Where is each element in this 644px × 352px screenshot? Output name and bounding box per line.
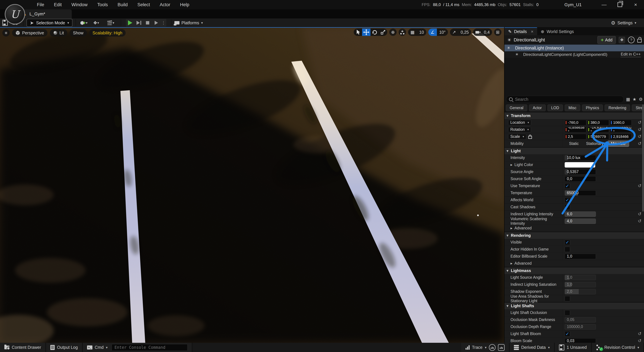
unlock-icon[interactable] [637,39,642,42]
location-z-field[interactable]: 1060,0 [610,120,632,126]
source-angle-field[interactable]: 0,5357 [565,169,596,174]
help-icon[interactable]: ? [628,36,634,43]
area-shadows-checkbox[interactable] [565,296,570,301]
actor-hidden-checkbox[interactable] [565,247,570,252]
use-temperature-checkbox[interactable] [565,183,570,189]
level-tab[interactable]: ▲ L_Gym* [18,10,72,18]
mobility-stationary[interactable]: Stationary [583,141,607,147]
scale-snap-toggle[interactable]: ↗ [450,28,458,36]
scale-snap-value[interactable]: 0,25 [458,28,471,36]
stop-button[interactable] [143,19,152,27]
section-rendering[interactable]: Rendering [504,232,644,239]
rotation-x-field[interactable]: -0,858638 ° [565,127,586,132]
volumetric-scattering-slider[interactable]: 4,0 [565,218,596,224]
console-command-input[interactable] [112,344,188,351]
play-button[interactable] [126,19,134,27]
visible-checkbox[interactable] [565,240,570,245]
temperature-field[interactable]: 6500,0 [565,190,596,196]
search-input[interactable] [515,97,621,102]
menu-select[interactable]: Select [137,2,150,8]
filter-misc[interactable]: Misc [565,104,580,111]
rotation-snap-toggle[interactable]: ∠ [428,28,437,36]
filter-actor[interactable]: Actor [529,104,546,111]
section-transform[interactable]: Transform [504,112,644,119]
cast-shadows-checkbox[interactable] [565,204,570,210]
show-dropdown[interactable]: Show [70,29,87,36]
occlusion-mask-darkness-field[interactable]: 0,05 [565,317,596,322]
add-component-button[interactable]: +Add [598,36,616,44]
perspective-dropdown[interactable]: Perspective [12,29,48,36]
filter-general[interactable]: General [506,104,527,111]
location-y-field[interactable]: 380,0 [587,120,609,126]
intensity-field[interactable]: 10,0 lux [565,155,596,160]
derived-data-dropdown[interactable]: Derived Data ▾ [510,343,554,352]
billboard-scale-field[interactable]: 1,0 [565,254,596,259]
close-button[interactable]: × [630,1,641,8]
eject-button[interactable] [152,19,161,27]
blueprint-button[interactable]: ❖ [618,36,625,43]
insights-icon[interactable] [489,344,496,351]
content-drawer-button[interactable]: Content Drawer [0,343,46,352]
add-actor-button[interactable]: ⬢+▾ [80,19,88,26]
reset-indirect-button[interactable] [635,212,644,217]
indirect-lighting-saturation-slider[interactable]: 1,0 [565,282,596,287]
location-dropdown[interactable]: Location▾ [508,120,531,126]
filter-lod[interactable]: LOD [548,104,563,111]
indirect-lighting-intensity-slider[interactable]: 6,0 [565,212,596,217]
restore-button[interactable] [615,1,625,8]
grid-snap-toggle[interactable]: ▦ [408,28,417,36]
advanced-label[interactable]: Advanced [514,261,532,266]
world-local-toggle[interactable]: ⊕ [389,28,397,36]
minimize-button[interactable]: — [599,1,609,8]
cinematics-button[interactable]: 🎬▾ [105,19,116,26]
surface-snapping-button[interactable] [399,28,406,36]
viewport-options-button[interactable]: ≡ [2,29,10,36]
menu-build[interactable]: Build [118,2,128,8]
tab-details[interactable]: ✎ Details × [504,27,537,35]
edit-in-cpp-link[interactable]: Edit in C++ [621,52,641,57]
rotation-dropdown[interactable]: Rotation▾ [508,127,531,132]
affects-world-checkbox[interactable] [565,198,570,203]
light-source-angle-slider[interactable]: 1,0 [565,275,596,280]
select-tool-button[interactable] [354,28,362,36]
filter-physics[interactable]: Physics [582,104,603,111]
rotate-tool-button[interactable] [370,28,379,36]
play-options-button[interactable]: ⋮ [161,19,166,27]
viewport[interactable]: ≡ Perspective Lit Show Scalability: High… [0,27,504,343]
cmd-dropdown[interactable]: >_ Cmd ▾ [83,343,192,352]
reset-volumetric-button[interactable] [635,218,644,224]
menu-window[interactable]: Window [72,2,88,8]
output-log-button[interactable]: Output Log [46,343,83,352]
section-light-shafts[interactable]: Light Shafts [504,302,644,309]
platforms-dropdown[interactable]: Platforms ▾ [174,20,203,25]
scale-z-field[interactable]: 2,918466 [610,134,632,140]
unreal-logo[interactable]: U [5,4,25,24]
trace-snapshot-icon[interactable] [498,344,505,351]
mobility-static[interactable]: Static [566,141,582,147]
menu-edit[interactable]: Edit [54,2,62,8]
tab-world-settings[interactable]: ⊕ World Settings [537,28,578,35]
maximize-viewport-button[interactable]: ⊞ [494,28,502,36]
location-x-field[interactable]: -760,0 [565,120,586,126]
favorites-star-icon[interactable]: ★ [632,97,636,102]
scale-y-field[interactable]: 5,269779 [587,134,609,140]
display-options-icon[interactable]: ▦ [626,97,630,102]
blueprints-button[interactable]: ❖▾ [90,19,102,26]
section-lightmass[interactable]: Lightmass [504,267,644,274]
scale-dropdown[interactable]: Scale▾ [508,134,526,140]
scale-tool-button[interactable] [379,28,387,36]
search-box[interactable] [506,96,624,103]
mobility-movable[interactable]: Movable [608,140,629,147]
close-tab-icon[interactable]: × [531,29,533,34]
light-color-swatch[interactable] [565,162,595,168]
rotation-z-field[interactable]: -34,856602 ° [610,127,632,132]
menu-help[interactable]: Help [180,2,189,8]
occlusion-depth-range-field[interactable]: 100000,0 [565,324,596,330]
light-shaft-occlusion-checkbox[interactable] [565,310,570,316]
section-light[interactable]: Light [504,147,644,154]
menu-file[interactable]: File [37,2,44,8]
grid-snap-value[interactable]: 10 [417,28,426,36]
menu-actor[interactable]: Actor [160,2,170,8]
component-tree-root[interactable]: ☀ DirectionalLight (Instance) [504,44,644,51]
scale-lock-icon[interactable] [528,136,532,139]
